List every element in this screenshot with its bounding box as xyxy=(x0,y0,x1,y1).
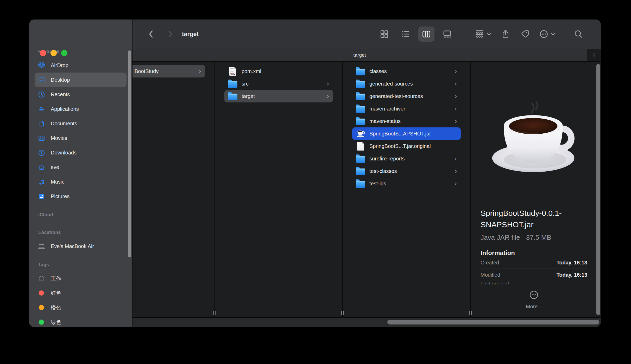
sidebar-item-applications[interactable]: Applications xyxy=(35,102,127,116)
forward-button[interactable] xyxy=(166,29,174,39)
sidebar-item-label: Downloads xyxy=(51,150,77,156)
toolbar-title: target xyxy=(182,31,199,38)
preview-information-heading: Information xyxy=(481,249,587,257)
file-icon xyxy=(355,142,366,151)
sidebar-item-downloads[interactable]: Downloads xyxy=(35,145,127,160)
sidebar-item-label: eve xyxy=(51,164,59,170)
sidebar-item-recents[interactable]: Recents xyxy=(35,87,127,102)
group-by-button[interactable] xyxy=(475,30,491,38)
sidebar-section-tags: Tags xyxy=(38,260,132,270)
info-row-modified: Modified Today, 16:13 xyxy=(481,269,587,281)
sidebar-item-label: Music xyxy=(51,179,64,185)
chevron-right-icon: › xyxy=(455,168,457,174)
folder-icon xyxy=(355,117,366,125)
share-button[interactable] xyxy=(498,27,513,41)
tag-dot-red-icon xyxy=(37,290,46,296)
sidebar: Favorites AirDrop Desktop xyxy=(29,20,132,327)
sidebar-tag-orange[interactable]: 橙色 xyxy=(35,300,127,315)
sidebar-item-macbook[interactable]: Eve's MacBook Air xyxy=(35,239,127,254)
back-button[interactable] xyxy=(147,29,155,39)
file-row[interactable]: target › xyxy=(224,90,333,102)
desktop-icon xyxy=(37,76,46,83)
more-button[interactable]: More... xyxy=(471,290,597,310)
tab-target[interactable]: target xyxy=(132,49,587,61)
gallery-view-button[interactable] xyxy=(439,27,455,42)
folder-icon xyxy=(355,180,366,188)
preview-file-kind: Java JAR file - 37.5 MB xyxy=(481,233,587,242)
sidebar-item-label: 绿色 xyxy=(51,319,61,326)
tag-dot-outline-icon xyxy=(37,276,46,281)
more-button-label: More... xyxy=(526,304,542,310)
chevron-right-icon: › xyxy=(455,68,457,75)
sidebar-item-movies[interactable]: Movies xyxy=(35,131,127,145)
file-row[interactable]: src › xyxy=(224,77,333,90)
sidebar-tag-work[interactable]: 工作 xyxy=(35,271,127,286)
file-row[interactable]: generated-sources › xyxy=(352,77,461,90)
sidebar-section-locations: Locations xyxy=(38,228,132,237)
sidebar-item-home[interactable]: eve xyxy=(35,160,127,174)
sidebar-section-icloud: iCloud xyxy=(38,210,132,220)
horizontal-scrollbar-thumb[interactable] xyxy=(387,320,599,324)
file-row[interactable]: XML pom.xml xyxy=(224,65,333,77)
sidebar-item-desktop[interactable]: Desktop xyxy=(35,73,127,87)
tags-button[interactable] xyxy=(518,27,533,41)
column-resize-handle[interactable] xyxy=(341,311,344,315)
appstore-icon xyxy=(37,106,46,113)
column-resize-handle[interactable] xyxy=(213,311,216,315)
folder-icon xyxy=(355,92,366,100)
folder-icon xyxy=(227,80,238,88)
sidebar-item-label: 红色 xyxy=(51,290,61,297)
home-icon xyxy=(37,164,46,171)
column-view-button[interactable] xyxy=(418,27,434,42)
file-row[interactable]: SpringBootS...T.jar.original xyxy=(352,140,461,152)
ellipsis-circle-icon xyxy=(529,290,539,300)
airdrop-icon xyxy=(37,62,46,69)
chevron-right-icon: › xyxy=(455,118,457,125)
file-row[interactable]: generated-test-sources › xyxy=(352,90,461,102)
coffee-cup-preview-image xyxy=(491,101,581,173)
sidebar-scrollbar[interactable] xyxy=(128,50,131,257)
sidebar-item-music[interactable]: Music xyxy=(35,174,127,189)
close-window-button[interactable] xyxy=(40,50,46,56)
sidebar-item-airdrop[interactable]: AirDrop xyxy=(35,58,127,73)
xml-file-icon: XML xyxy=(227,67,238,76)
file-row[interactable]: surefire-reports › xyxy=(352,152,461,165)
file-row[interactable]: BootStudy › xyxy=(132,65,205,77)
sidebar-tag-red[interactable]: 红色 xyxy=(35,286,127,300)
preview-scrollbar[interactable] xyxy=(596,64,600,315)
sidebar-item-label: Pictures xyxy=(51,193,70,199)
icon-view-button[interactable] xyxy=(376,27,392,42)
music-note-icon xyxy=(37,178,46,185)
column-resize-handle[interactable] xyxy=(469,311,472,315)
document-icon xyxy=(37,120,46,127)
new-tab-button[interactable]: + xyxy=(587,49,601,61)
zoom-window-button[interactable] xyxy=(61,50,67,56)
folder-icon xyxy=(227,92,238,100)
info-row-created: Created Today, 16:13 xyxy=(481,257,587,269)
toolbar: target xyxy=(132,20,601,49)
search-icon[interactable] xyxy=(571,27,586,41)
list-view-button[interactable] xyxy=(397,27,414,42)
tag-dot-green-icon xyxy=(37,320,46,325)
sidebar-item-label: 工作 xyxy=(51,275,61,282)
file-row[interactable]: maven-archiver › xyxy=(352,102,461,115)
file-row[interactable]: maven-status › xyxy=(352,115,461,127)
preview-pane: SpringBootStudy-0.0.1- SNAPSHOT.jar Java… xyxy=(471,62,601,317)
file-row[interactable]: classes › xyxy=(352,65,461,77)
sidebar-item-label: Applications xyxy=(51,106,79,112)
chevron-right-icon: › xyxy=(455,93,457,100)
sidebar-item-pictures[interactable]: Pictures xyxy=(35,189,127,204)
sidebar-item-label: AirDrop xyxy=(51,62,68,68)
sidebar-item-label: Desktop xyxy=(51,77,70,83)
file-row[interactable]: test-classes › xyxy=(352,165,461,177)
sidebar-item-label: Documents xyxy=(51,121,77,127)
minimize-window-button[interactable] xyxy=(51,50,57,56)
sidebar-item-label: Recents xyxy=(51,92,70,98)
sidebar-item-documents[interactable]: Documents xyxy=(35,116,127,131)
more-actions-button[interactable] xyxy=(539,30,556,38)
tag-dot-orange-icon xyxy=(37,305,46,310)
preview-file-name: SpringBootStudy-0.0.1- SNAPSHOT.jar xyxy=(481,207,587,230)
file-row[interactable]: test-ids › xyxy=(352,177,461,190)
sidebar-tag-green[interactable]: 绿色 xyxy=(35,315,127,327)
file-row-selected-jar[interactable]: SpringBootS...APSHOT.jar xyxy=(352,127,461,140)
